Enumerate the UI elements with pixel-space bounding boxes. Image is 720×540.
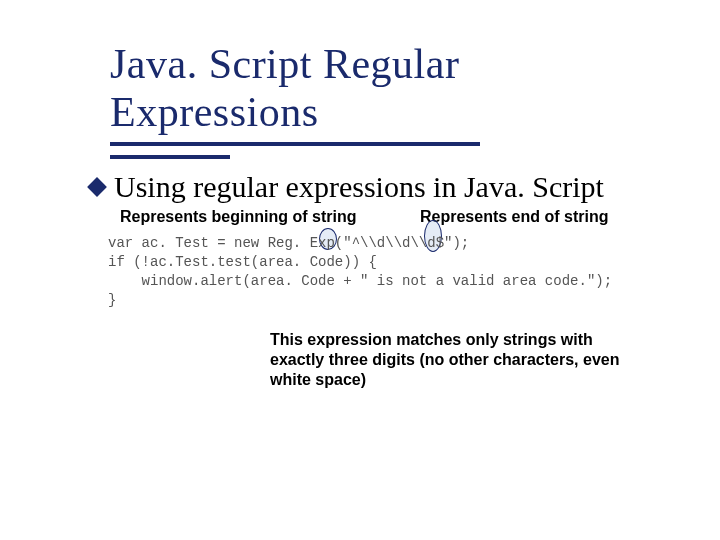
code-line-1: var ac. Test = new Reg. Exp("^\\d\\d\\d$… (108, 235, 469, 251)
bullet-text: Using regular expressions in Java. Scrip… (114, 170, 604, 204)
slide-title: Java. Script Regular Expressions (110, 40, 670, 136)
code-line-3: window.alert(area. Code + " is not a val… (108, 273, 612, 289)
code-line-2: if (!ac.Test.test(area. Code)) { (108, 254, 377, 270)
title-underline (110, 142, 480, 146)
bullet-row: Using regular expressions in Java. Scrip… (90, 170, 604, 204)
explanation-text: This expression matches only strings wit… (270, 330, 630, 390)
label-begin: Represents beginning of string (120, 208, 356, 226)
slide: Java. Script Regular Expressions Using r… (0, 0, 720, 540)
label-end: Represents end of string (420, 208, 608, 226)
code-line-4: } (108, 292, 116, 308)
code-block: var ac. Test = new Reg. Exp("^\\d\\d\\d$… (108, 234, 612, 310)
accent-bar (110, 155, 230, 159)
title-area: Java. Script Regular Expressions (110, 40, 670, 146)
diamond-bullet-icon (87, 177, 107, 197)
